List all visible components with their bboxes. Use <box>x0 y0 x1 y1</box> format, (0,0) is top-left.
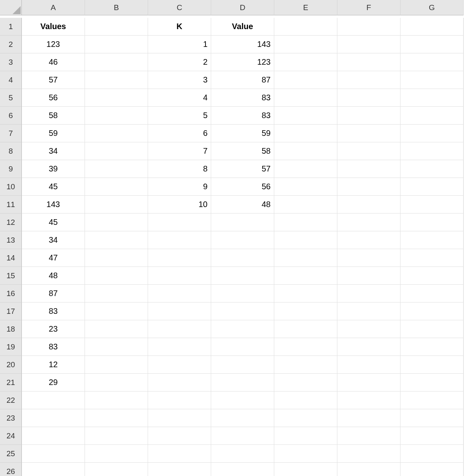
row-header-17[interactable]: 17 <box>0 303 22 320</box>
cell-B16[interactable] <box>85 285 148 303</box>
cell-E17[interactable] <box>274 303 337 320</box>
col-header-E[interactable]: E <box>274 0 337 15</box>
cell-G22[interactable] <box>400 391 464 409</box>
cell-C11[interactable]: 10 <box>148 196 211 214</box>
cell-F14[interactable] <box>337 249 400 267</box>
cell-A26[interactable] <box>22 463 85 476</box>
cell-E6[interactable] <box>274 107 337 125</box>
cell-D14[interactable] <box>211 249 274 267</box>
cell-A19[interactable]: 83 <box>22 338 85 356</box>
cell-B2[interactable] <box>85 36 148 53</box>
cell-D23[interactable] <box>211 409 274 427</box>
col-header-B[interactable]: B <box>85 0 148 15</box>
cell-A7[interactable]: 59 <box>22 125 85 142</box>
row-header-21[interactable]: 21 <box>0 374 22 391</box>
row-header-4[interactable]: 4 <box>0 71 22 89</box>
cell-D9[interactable]: 57 <box>211 160 274 178</box>
cell-E15[interactable] <box>274 267 337 285</box>
row-header-8[interactable]: 8 <box>0 142 22 160</box>
cell-E12[interactable] <box>274 214 337 231</box>
cell-C16[interactable] <box>148 285 211 303</box>
cell-B11[interactable] <box>85 196 148 214</box>
cell-A18[interactable]: 23 <box>22 320 85 338</box>
cell-C8[interactable]: 7 <box>148 142 211 160</box>
cell-F10[interactable] <box>337 178 400 196</box>
cell-G18[interactable] <box>400 320 464 338</box>
cell-E10[interactable] <box>274 178 337 196</box>
cell-C21[interactable] <box>148 374 211 391</box>
row-header-26[interactable]: 26 <box>0 463 22 476</box>
cell-D7[interactable]: 59 <box>211 125 274 142</box>
cell-D1[interactable]: Value <box>211 18 274 36</box>
cell-G5[interactable] <box>400 89 464 107</box>
cell-F15[interactable] <box>337 267 400 285</box>
cell-G19[interactable] <box>400 338 464 356</box>
row-header-24[interactable]: 24 <box>0 427 22 445</box>
col-header-D[interactable]: D <box>211 0 274 15</box>
cell-C24[interactable] <box>148 427 211 445</box>
cell-G11[interactable] <box>400 196 464 214</box>
cell-A10[interactable]: 45 <box>22 178 85 196</box>
cell-F26[interactable] <box>337 463 400 476</box>
cell-F23[interactable] <box>337 409 400 427</box>
cell-B23[interactable] <box>85 409 148 427</box>
cell-G16[interactable] <box>400 285 464 303</box>
row-header-7[interactable]: 7 <box>0 125 22 142</box>
cell-B12[interactable] <box>85 214 148 231</box>
cell-D4[interactable]: 87 <box>211 71 274 89</box>
cell-D18[interactable] <box>211 320 274 338</box>
cell-E20[interactable] <box>274 356 337 374</box>
cell-G1[interactable] <box>400 18 464 36</box>
cell-A9[interactable]: 39 <box>22 160 85 178</box>
cell-B22[interactable] <box>85 391 148 409</box>
cell-C13[interactable] <box>148 231 211 249</box>
row-header-5[interactable]: 5 <box>0 89 22 107</box>
cell-A1[interactable]: Values <box>22 18 85 36</box>
row-header-9[interactable]: 9 <box>0 160 22 178</box>
col-header-F[interactable]: F <box>337 0 400 15</box>
cell-D16[interactable] <box>211 285 274 303</box>
cell-F13[interactable] <box>337 231 400 249</box>
cell-B4[interactable] <box>85 71 148 89</box>
cell-C6[interactable]: 5 <box>148 107 211 125</box>
cell-A2[interactable]: 123 <box>22 36 85 53</box>
cell-E8[interactable] <box>274 142 337 160</box>
cell-B17[interactable] <box>85 303 148 320</box>
cell-G15[interactable] <box>400 267 464 285</box>
cell-A21[interactable]: 29 <box>22 374 85 391</box>
cell-G3[interactable] <box>400 53 464 71</box>
cell-D19[interactable] <box>211 338 274 356</box>
cell-D8[interactable]: 58 <box>211 142 274 160</box>
cell-G12[interactable] <box>400 214 464 231</box>
cell-D22[interactable] <box>211 391 274 409</box>
cell-D13[interactable] <box>211 231 274 249</box>
cell-D12[interactable] <box>211 214 274 231</box>
cell-A12[interactable]: 45 <box>22 214 85 231</box>
cell-E19[interactable] <box>274 338 337 356</box>
cell-G8[interactable] <box>400 142 464 160</box>
cell-B10[interactable] <box>85 178 148 196</box>
col-header-A[interactable]: A <box>22 0 85 15</box>
cell-E18[interactable] <box>274 320 337 338</box>
cell-F1[interactable] <box>337 18 400 36</box>
cell-C19[interactable] <box>148 338 211 356</box>
cell-G13[interactable] <box>400 231 464 249</box>
cell-C9[interactable]: 8 <box>148 160 211 178</box>
cell-A24[interactable] <box>22 427 85 445</box>
row-header-3[interactable]: 3 <box>0 53 22 71</box>
cell-G17[interactable] <box>400 303 464 320</box>
cell-D24[interactable] <box>211 427 274 445</box>
cell-E24[interactable] <box>274 427 337 445</box>
cell-G2[interactable] <box>400 36 464 53</box>
cell-G20[interactable] <box>400 356 464 374</box>
cell-A22[interactable] <box>22 391 85 409</box>
row-header-16[interactable]: 16 <box>0 285 22 303</box>
cell-F22[interactable] <box>337 391 400 409</box>
cell-E14[interactable] <box>274 249 337 267</box>
cell-C18[interactable] <box>148 320 211 338</box>
row-header-20[interactable]: 20 <box>0 356 22 374</box>
cell-E2[interactable] <box>274 36 337 53</box>
cell-A20[interactable]: 12 <box>22 356 85 374</box>
cell-F12[interactable] <box>337 214 400 231</box>
cell-B25[interactable] <box>85 445 148 463</box>
